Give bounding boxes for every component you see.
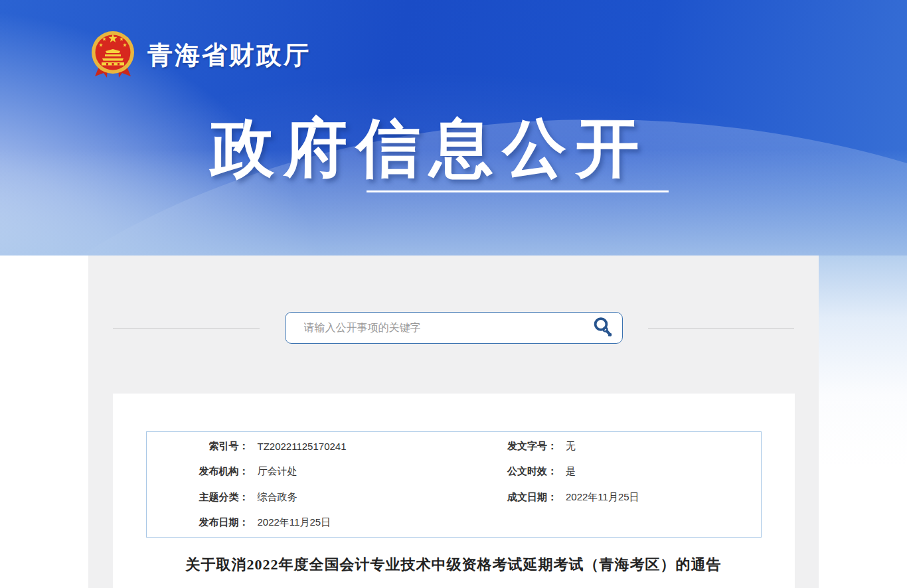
- metadata-right-column: 发文字号： 无 公文时效： 是 成文日期： 2022年11月25日: [454, 433, 761, 536]
- china-national-emblem-icon: [90, 28, 135, 82]
- meta-row: 公文时效： 是: [454, 459, 761, 485]
- meta-value: 综合政务: [258, 491, 297, 504]
- search-icon: [591, 315, 615, 341]
- meta-label: 发文字号：: [454, 440, 557, 453]
- meta-value: 2022年11月25日: [258, 516, 331, 529]
- document-panel: 索引号： TZ20221125170241 发布机构： 厅会计处 主题分类： 综…: [113, 394, 795, 588]
- meta-row: 成文日期： 2022年11月25日: [454, 484, 761, 510]
- site-name: 青海省财政厅: [147, 38, 311, 72]
- meta-value: 是: [566, 465, 576, 478]
- search-box: [285, 312, 623, 344]
- left-divider-line: [113, 328, 260, 329]
- meta-row: 发文字号： 无: [454, 433, 761, 459]
- meta-label: 公文时效：: [454, 465, 557, 478]
- meta-value: TZ20221125170241: [258, 441, 347, 452]
- title-underline: [367, 190, 669, 192]
- site-brand-link[interactable]: 青海省财政厅: [90, 28, 311, 82]
- page-background: 索引号： TZ20221125170241 发布机构： 厅会计处 主题分类： 综…: [0, 256, 907, 588]
- meta-value: 厅会计处: [258, 465, 297, 478]
- search-input[interactable]: [286, 313, 584, 343]
- meta-value: 无: [566, 440, 576, 453]
- meta-label: 成文日期：: [454, 491, 557, 504]
- document-metadata-table: 索引号： TZ20221125170241 发布机构： 厅会计处 主题分类： 综…: [146, 431, 762, 538]
- meta-label: 主题分类：: [147, 491, 249, 504]
- search-button[interactable]: [584, 313, 622, 343]
- meta-row: 主题分类： 综合政务: [147, 484, 454, 510]
- meta-row: 索引号： TZ20221125170241: [147, 433, 454, 459]
- document-title: 关于取消2022年度全国会计专业技术中级资格考试延期考试（青海考区）的通告: [113, 555, 795, 575]
- search-section: [88, 256, 819, 344]
- meta-row: 发布日期： 2022年11月25日: [147, 510, 454, 536]
- meta-row: 发布机构： 厅会计处: [147, 459, 454, 485]
- metadata-left-column: 索引号： TZ20221125170241 发布机构： 厅会计处 主题分类： 综…: [147, 433, 454, 536]
- content-container: 索引号： TZ20221125170241 发布机构： 厅会计处 主题分类： 综…: [88, 256, 819, 588]
- meta-value: 2022年11月25日: [566, 491, 639, 504]
- banner: 青海省财政厅 政府信息公开: [0, 0, 907, 256]
- right-divider-line: [648, 328, 795, 329]
- meta-label: 发布日期：: [147, 516, 249, 529]
- meta-label: 索引号：: [147, 440, 249, 453]
- meta-label: 发布机构：: [147, 465, 249, 478]
- page-title: 政府信息公开: [0, 106, 883, 192]
